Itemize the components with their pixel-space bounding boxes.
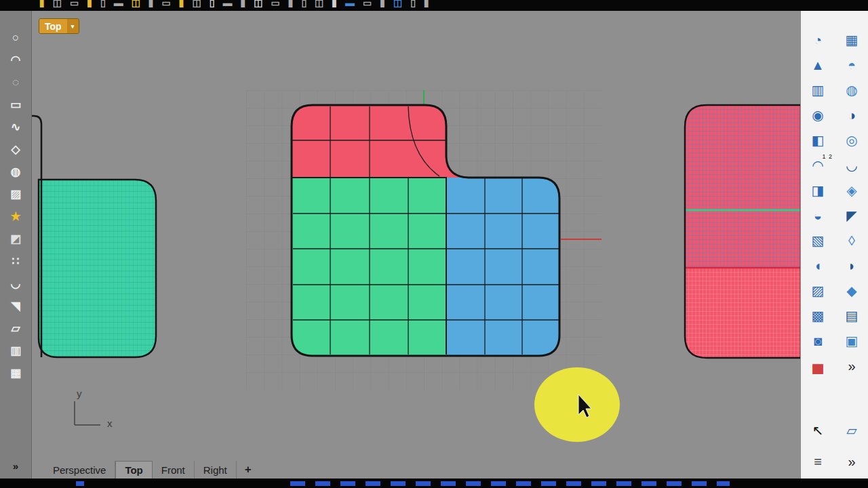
tab-top[interactable]: Top	[115, 461, 152, 479]
mesh-panel-icon[interactable]: ▩	[806, 306, 830, 326]
plane-tool-icon[interactable]: ▱	[4, 322, 27, 336]
surface-object-left[interactable]	[39, 180, 156, 357]
viewport-title-button[interactable]: Top ▾	[39, 18, 79, 34]
toolbar-icon[interactable]: ▭	[70, 0, 79, 9]
toolbar-icon[interactable]: ◫	[132, 0, 140, 9]
cylinder-icon[interactable]: ▥	[806, 80, 830, 100]
hemisphere-icon[interactable]: ◑	[840, 105, 864, 125]
taskbar-item[interactable]	[76, 481, 84, 486]
left-toolbar: ○◠◌▭∿◇◍▨★◩∷◡◥▱▥▦ »	[0, 11, 32, 479]
viewport-title: Top	[39, 19, 67, 33]
bottom-bar	[0, 479, 868, 488]
mesh-sphere-icon[interactable]: ◙	[806, 331, 830, 351]
mesh-box-icon[interactable]: ▧	[806, 230, 830, 251]
sphere-uv-icon[interactable]: ◉	[806, 105, 830, 125]
toolbar-icon[interactable]: ▭	[363, 0, 372, 9]
bounding-box-icon[interactable]: ▣	[840, 331, 864, 351]
rectangle-tool-icon[interactable]: ▭	[4, 98, 27, 112]
toolbar-icon[interactable]: ▬	[222, 0, 232, 9]
taskbar-items[interactable]	[290, 481, 730, 486]
viewport-canvas[interactable]: y x	[32, 11, 800, 460]
cursor-highlight	[534, 367, 620, 442]
viewport-tabs-bar: PerspectiveTopFrontRight +	[32, 460, 800, 479]
viewport-tab-list: PerspectiveTopFrontRight	[44, 460, 237, 479]
curve-tool-icon[interactable]: ∿	[4, 121, 27, 134]
grid-tool-icon[interactable]: ▦	[4, 367, 27, 380]
analysis-bars-icon[interactable]: ▅	[806, 356, 830, 376]
panel-footer-icons: ↖▱≡»	[801, 420, 868, 472]
cone-icon[interactable]: ▲	[806, 55, 830, 75]
corner-blend-icon[interactable]: ◤	[840, 205, 864, 226]
left-toolbar-icons: ○◠◌▭∿◇◍▨★◩∷◡◥▱▥▦	[4, 31, 27, 380]
toolbar-icon[interactable]: ◫	[315, 0, 323, 9]
viewport-menu-arrow-icon[interactable]: ▾	[67, 19, 79, 33]
toolbar-icon[interactable]: ▯	[100, 0, 106, 9]
surface-tool-icon[interactable]: ◍	[4, 165, 27, 179]
drape-icon[interactable]: ◊	[840, 230, 864, 251]
axis-y-label: y	[77, 388, 82, 399]
axis-x-label: x	[107, 418, 113, 429]
shade-tool-icon[interactable]: ◩	[4, 232, 27, 246]
layers-icon[interactable]: ≡	[806, 451, 830, 472]
toolbar-icon[interactable]: ▯	[210, 0, 215, 9]
left-more-chevron-icon[interactable]: »	[13, 460, 18, 472]
ellipsoid-icon[interactable]: ◍	[840, 80, 864, 100]
dome-icon[interactable]: ◓	[840, 55, 864, 75]
box-icon[interactable]: ◧	[806, 130, 830, 150]
toolbar-icon[interactable]: ▮	[288, 0, 294, 9]
mesh-cube-icon[interactable]: ▨	[806, 281, 830, 301]
toolbar-icon[interactable]: ▮	[179, 0, 184, 9]
fillet-tool-icon[interactable]: ◥	[4, 300, 27, 313]
tab-front[interactable]: Front	[153, 461, 195, 479]
patch-icon[interactable]: ◒	[806, 205, 830, 226]
panel-more-chevron-icon[interactable]: »	[840, 451, 864, 472]
plane-grid-icon[interactable]: ▦	[840, 30, 864, 50]
toolbar-icon[interactable]: ▮	[332, 0, 337, 9]
toolbar-icon[interactable]: ▮	[87, 0, 92, 9]
surface-object-right[interactable]	[685, 105, 800, 358]
surface-tools-grid: ◔▦▲◓▥◍◉◑◧◎◠1 2◡◨◈◒◤▧◊◖◗▨◆▩▤◙▣▅»	[801, 30, 868, 376]
blend-tool-icon[interactable]: ◡	[4, 277, 27, 291]
toolbar-icon[interactable]: ◫	[393, 0, 402, 9]
branch-icon[interactable]: ◈	[840, 180, 864, 201]
ribbon-icon[interactable]: ◨	[806, 180, 830, 201]
node-edit-icon[interactable]: ◖	[806, 256, 830, 276]
toolbar-icon[interactable]: ▮	[39, 0, 45, 9]
split-icon[interactable]: ◗	[840, 256, 864, 276]
toolbar-icon[interactable]: ◫	[254, 0, 262, 9]
toolbar-icon[interactable]: ▮	[149, 0, 154, 9]
tab-perspective[interactable]: Perspective	[44, 461, 115, 479]
toolbar-icon[interactable]: ▮	[380, 0, 385, 9]
toolbar-icon[interactable]: ▮	[424, 0, 429, 9]
tab-right[interactable]: Right	[195, 461, 237, 479]
arc-tool-icon[interactable]: ◠	[4, 54, 27, 67]
render-tool-icon[interactable]: ★	[4, 210, 27, 224]
pointer-icon[interactable]: ↖	[806, 420, 830, 441]
toolbar-icon[interactable]: ▯	[410, 0, 416, 9]
adjustable-blend-icon[interactable]: ◡	[840, 155, 864, 176]
polygon-tool-icon[interactable]: ◇	[4, 143, 27, 157]
circle-tool-icon[interactable]: ◌	[4, 76, 27, 89]
sphere-icon[interactable]: ◔	[806, 30, 830, 50]
more-tools-chevron-icon[interactable]: »	[840, 356, 864, 376]
toolbar-icon[interactable]: ▭	[162, 0, 171, 9]
offset-mesh-icon[interactable]: ▤	[840, 306, 864, 326]
toolbar-icon[interactable]: ▬	[114, 0, 123, 9]
point-tool-icon[interactable]: ∷	[4, 255, 27, 268]
toolbar-icon[interactable]: ◫	[53, 0, 62, 9]
ellipse-tool-icon[interactable]: ○	[4, 31, 27, 45]
surface-icon[interactable]: ▱	[840, 420, 864, 441]
rhino-window: ▮◫▭▮▯▬◫▮▭▮◫▯▬▮◫▭▮▯◫▮▬▭▮◫▯▮ ○◠◌▭∿◇◍▨★◩∷◡◥…	[0, 0, 868, 488]
pipe-icon[interactable]: ◎	[840, 130, 864, 150]
top-toolbar: ▮◫▭▮▯▬◫▮▭▮◫▯▬▮◫▭▮▯◫▮▬▭▮◫▯▮	[0, 0, 868, 11]
toolbar-icon[interactable]: ▮	[240, 0, 245, 9]
toolbar-icon[interactable]: ▭	[271, 0, 279, 9]
mesh-tool-icon[interactable]: ▨	[4, 188, 27, 201]
hex-block-icon[interactable]: ◆	[840, 281, 864, 301]
array-tool-icon[interactable]: ▥	[4, 344, 27, 358]
toolbar-icon[interactable]: ▬	[345, 0, 355, 9]
blend-curve-icon[interactable]: ◠1 2	[806, 155, 830, 176]
toolbar-icon[interactable]: ▯	[301, 0, 307, 9]
toolbar-icon[interactable]: ◫	[193, 0, 201, 9]
add-viewport-button[interactable]: +	[237, 461, 260, 479]
